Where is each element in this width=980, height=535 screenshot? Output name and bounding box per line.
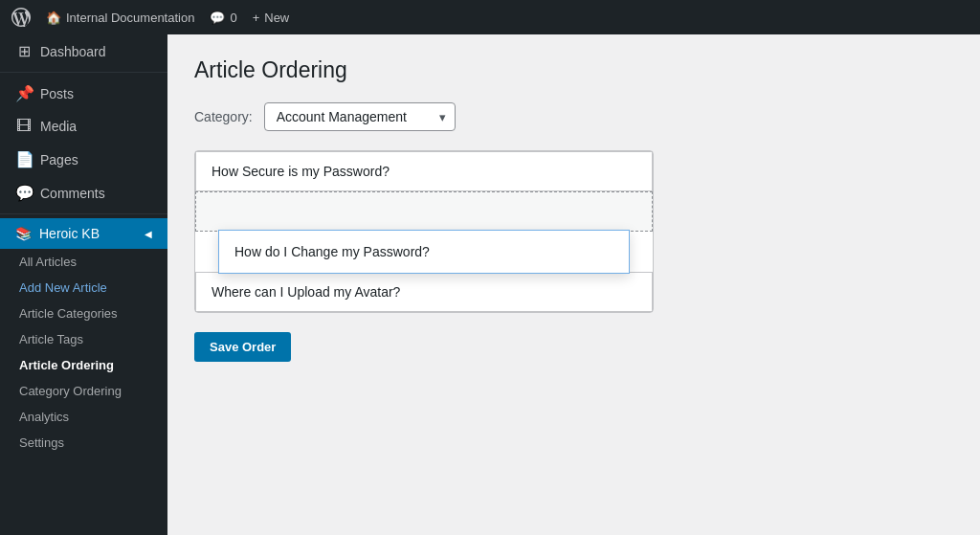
category-select[interactable]: Account ManagementGetting StartedBilling…	[264, 102, 456, 131]
sidebar-label-media: Media	[40, 119, 77, 134]
pages-icon: 📄	[15, 150, 33, 168]
sidebar-label-pages: Pages	[40, 152, 78, 167]
sidebar-sub-item-category-ordering[interactable]: Category Ordering	[0, 378, 167, 404]
sidebar-label-dashboard: Dashboard	[40, 44, 106, 59]
category-label: Category:	[194, 109, 253, 124]
sidebar-divider-1	[0, 72, 167, 73]
sidebar-sub-item-analytics[interactable]: Analytics	[0, 404, 167, 430]
sidebar-label-comments: Comments	[40, 186, 105, 201]
sidebar-item-media[interactable]: 🎞 Media	[0, 110, 167, 143]
sidebar-item-comments[interactable]: 💬 Comments	[0, 176, 167, 210]
home-icon: 🏠	[46, 11, 61, 25]
heroic-kb-section: 📚 Heroic KB ◀ All ArticlesAdd New Articl…	[0, 218, 167, 456]
sidebar-item-posts[interactable]: 📌 Posts	[0, 77, 167, 110]
article-item[interactable]: How Secure is my Password?	[195, 151, 653, 191]
site-name: Internal Documentation	[66, 11, 194, 25]
comments-nav-icon: 💬	[15, 184, 33, 202]
new-content-link[interactable]: + New	[253, 11, 290, 25]
sidebar-sub-item-all-articles[interactable]: All Articles	[0, 249, 167, 275]
article-item[interactable]: Where can I Upload my Avatar?	[195, 272, 653, 312]
site-name-link[interactable]: 🏠 Internal Documentation	[46, 11, 194, 25]
layout: ⊞ Dashboard 📌 Posts 🎞 Media 📄 Pages 💬 Co…	[0, 34, 980, 535]
category-select-wrapper: Account ManagementGetting StartedBilling…	[264, 102, 456, 131]
comments-link[interactable]: 💬 0	[210, 11, 236, 25]
chevron-left-icon: ◀	[145, 229, 152, 239]
heroic-kb-menu-item[interactable]: 📚 Heroic KB ◀	[0, 218, 167, 249]
sidebar-sub-item-article-ordering[interactable]: Article Ordering	[0, 352, 167, 378]
sidebar-sub-item-add-new-article[interactable]: Add New Article	[0, 275, 167, 301]
sidebar-sub-item-article-categories[interactable]: Article Categories	[0, 301, 167, 326]
heroic-kb-label: Heroic KB	[39, 226, 100, 241]
main-content: Article Ordering Category: Account Manag…	[167, 34, 980, 535]
heroic-kb-icon: 📚	[15, 226, 32, 241]
sidebar-sub-item-article-tags[interactable]: Article Tags	[0, 326, 167, 352]
posts-icon: 📌	[15, 84, 33, 102]
plus-icon: +	[253, 11, 260, 25]
admin-bar: 🏠 Internal Documentation 💬 0 + New	[0, 0, 980, 34]
new-label: New	[264, 11, 289, 25]
sidebar-item-dashboard[interactable]: ⊞ Dashboard	[0, 34, 167, 68]
heroic-kb-submenu: All ArticlesAdd New ArticleArticle Categ…	[0, 249, 167, 456]
media-icon: 🎞	[15, 118, 33, 135]
page-title: Article Ordering	[194, 57, 953, 83]
comment-icon: 💬	[210, 11, 225, 25]
dashboard-icon: ⊞	[15, 42, 33, 60]
wp-logo-link[interactable]	[11, 8, 31, 27]
sidebar-label-posts: Posts	[40, 86, 74, 101]
sidebar-divider-2	[0, 213, 167, 214]
article-item-placeholder	[195, 191, 653, 232]
sidebar-item-pages[interactable]: 📄 Pages	[0, 143, 167, 176]
save-order-button[interactable]: Save Order	[194, 332, 291, 362]
sidebar: ⊞ Dashboard 📌 Posts 🎞 Media 📄 Pages 💬 Co…	[0, 34, 167, 535]
category-row: Category: Account ManagementGetting Star…	[194, 102, 953, 131]
articles-list: How Secure is my Password?How do I Chang…	[194, 150, 654, 313]
sidebar-sub-item-settings[interactable]: Settings	[0, 430, 167, 456]
article-item-dragging[interactable]: How do I Change my Password?	[218, 230, 630, 274]
comments-count: 0	[230, 11, 236, 25]
